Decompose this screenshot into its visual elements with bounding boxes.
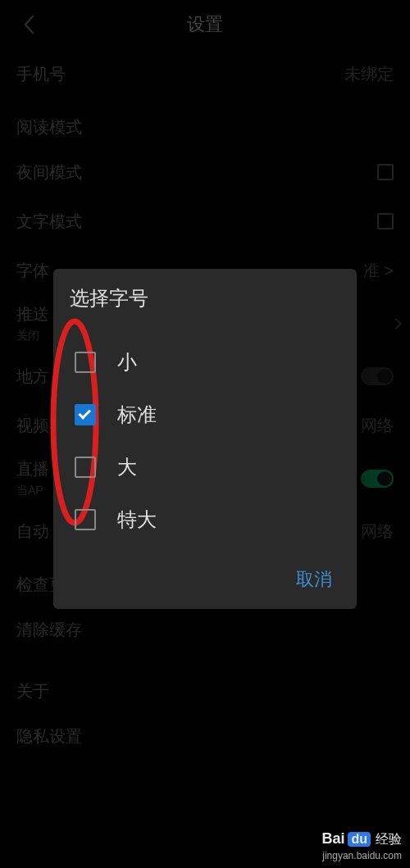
checkbox-standard[interactable]	[75, 404, 96, 425]
option-small[interactable]: 小	[70, 336, 340, 389]
option-label: 特大	[117, 507, 157, 533]
option-label: 小	[117, 349, 137, 375]
checkbox-xlarge[interactable]	[75, 509, 96, 530]
wm-jingyan: 经验	[376, 831, 402, 848]
watermark-logo: Baidu 经验	[321, 830, 402, 848]
watermark: Baidu 经验 jingyan.baidu.com	[321, 830, 402, 861]
checkbox-small[interactable]	[75, 352, 96, 373]
watermark-url: jingyan.baidu.com	[322, 850, 402, 861]
wm-bai: Bai	[321, 830, 344, 848]
options-list: 小 标准 大 特大	[70, 336, 340, 546]
option-label: 标准	[117, 402, 157, 428]
option-label: 大	[117, 454, 137, 480]
option-large[interactable]: 大	[70, 441, 340, 493]
checkbox-large[interactable]	[75, 457, 96, 478]
modal-overlay[interactable]: 选择字号 小 标准 大 特大 取消	[0, 0, 410, 868]
dialog-footer: 取消	[70, 562, 340, 597]
dialog-title: 选择字号	[70, 285, 340, 311]
font-size-dialog: 选择字号 小 标准 大 特大 取消	[53, 269, 357, 609]
option-xlarge[interactable]: 特大	[70, 493, 340, 546]
wm-du: du	[348, 832, 371, 847]
cancel-button[interactable]: 取消	[288, 562, 340, 597]
option-standard[interactable]: 标准	[70, 389, 340, 441]
check-icon	[79, 407, 92, 420]
